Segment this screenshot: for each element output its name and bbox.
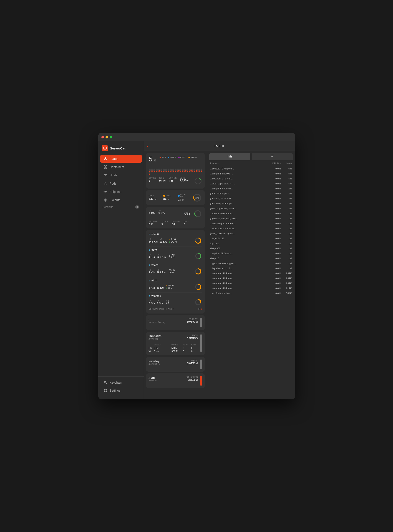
process-name: ...uhttpd -f -c /dev/n... xyxy=(210,187,266,190)
table-row[interactable]: {hostapd} /sbin/ujail... 0.0% 2M xyxy=(209,196,293,201)
disk-type-root: OVERLAY xyxy=(187,318,198,320)
table-row[interactable]: ...askfirst /usr/libex... 0.0% 744K xyxy=(209,291,293,296)
table-row[interactable]: ...nlbwmon -o /mnt/sda... 0.0% 1M xyxy=(209,226,293,231)
svg-point-12 xyxy=(105,200,106,200)
mem-pagecache: PAGE CA... 38 M xyxy=(178,193,190,202)
table-row[interactable]: ...ntpd -n -N -S /usr/... 0.0% 1M xyxy=(209,251,293,256)
cpu-legend-steal: STEAL xyxy=(188,156,197,159)
idle-stat: IDLE 94 % xyxy=(159,177,166,182)
table-row[interactable]: {ntpd} /sbin/ujail -t... 0.0% 2M xyxy=(209,191,293,196)
process-mem: 1M xyxy=(281,267,292,270)
process-cpu: 0.0% xyxy=(266,192,281,195)
process-cpu: 0.0% xyxy=(266,197,281,200)
process-mem: 2M xyxy=(281,192,292,195)
table-row[interactable]: sleep 900 0.0% 1M xyxy=(209,246,293,251)
table-row[interactable]: ...dropbear -F -P /var... 0.0% 932K xyxy=(209,271,293,276)
cpu-steal-label: STEAL xyxy=(190,156,197,159)
mem-used: USED 86 M xyxy=(163,195,176,201)
maximize-button[interactable] xyxy=(110,136,112,138)
table-row[interactable]: sleep 15 0.0% 1M xyxy=(209,256,293,261)
mem-donut: 18% xyxy=(192,193,202,203)
net-interfaces-card: ⌾ wlan0 ↑/S 643 K/s ↓/S 11 K/s xyxy=(146,230,205,314)
process-cpu: 0.0% xyxy=(266,232,281,235)
disk-card-sda1: /mnt/sda1 /dev/sda1 EXT4 13G/13G xyxy=(146,332,205,355)
table-row[interactable]: {sqm_collectd.sh} /bin... 0.0% 1M xyxy=(209,231,293,236)
process-name: ...collectd -C /tmp/co... xyxy=(210,167,266,170)
table-row[interactable]: ...dnsmasq -C /var/etc... 0.0% 1M xyxy=(209,221,293,226)
table-row[interactable]: {dynamic_dns_upd} /bin... 0.0% 1M xyxy=(209,216,293,221)
table-row[interactable]: {dnsmasq} /sbin/ujail... 0.0% 2M xyxy=(209,201,293,206)
process-cpu: 0.0% xyxy=(266,237,281,240)
sidebar-item-hosts[interactable]: Hosts xyxy=(100,171,142,179)
table-row[interactable]: ...irqbalance -f -c 2... 0.0% 1M xyxy=(209,266,293,271)
execute-icon xyxy=(103,198,108,202)
disk-mount-root: / xyxy=(149,318,166,321)
process-name: {wpa_supplicant} /sbin... xyxy=(210,207,266,210)
process-rows: ...collectd -C /tmp/co... 0.0% 6M ...uht… xyxy=(209,166,293,296)
sidebar-item-execute[interactable]: Execute xyxy=(100,196,142,204)
table-row[interactable]: ...dropbear -F -P /var... 0.0% 932K xyxy=(209,281,293,286)
table-row[interactable]: top -bn1 0.0% 1M xyxy=(209,241,293,246)
sidebar-item-settings[interactable]: Settings xyxy=(100,387,142,394)
iface-name-eth0: eth0 xyxy=(152,248,157,251)
process-cpu: 0.0% xyxy=(266,217,281,220)
net-download-stat: ↓/S 5 K/s xyxy=(158,209,165,219)
table-row[interactable]: ...logd -S 192 0.0% 1M xyxy=(209,236,293,241)
process-cpu: 0.0% xyxy=(266,252,281,255)
cpu-iow-label: IOW... xyxy=(180,156,186,159)
sidebar-item-pods[interactable]: Pods xyxy=(100,180,142,188)
sidebar-item-status[interactable]: Status xyxy=(100,155,142,163)
svg-rect-36 xyxy=(231,156,232,158)
process-mem: 932K xyxy=(281,277,292,280)
tcp-fails: 0 xyxy=(184,223,189,226)
net-top-card: ↑/S 2 K/s ↓/S 5 K/s ↑ 349 M ↓ 5.3 G xyxy=(146,207,205,228)
svg-rect-34 xyxy=(229,155,230,158)
process-cpu: 0.0% xyxy=(266,267,281,270)
process-mem: 1M xyxy=(281,237,292,240)
table-row[interactable]: ...uhttpd -f -h /www -... 0.0% 5M xyxy=(209,171,293,176)
cpu-user-label: USER xyxy=(170,156,176,159)
svg-rect-0 xyxy=(103,147,106,149)
col-cpu: CPU% ↓ xyxy=(266,162,281,165)
sidebar-item-snippets[interactable]: </> Snippets xyxy=(100,188,142,196)
process-mem: 2M xyxy=(281,187,292,190)
tab-info[interactable] xyxy=(252,153,293,160)
disk-type-rom: SQUASHFS xyxy=(186,376,198,378)
process-name: {ntpd} /sbin/ujail -t... xyxy=(210,192,266,195)
tab-processes[interactable] xyxy=(209,153,250,160)
table-row[interactable]: ...dropbear -F -P /var... 0.0% 932K xyxy=(209,276,293,281)
table-row[interactable]: ...uhttpd -f -c /dev/n... 0.0% 2M xyxy=(209,186,293,191)
net-iface-wlan1: ⌾ wlan1 ↑/S 2 K/s ↓/S 996 B/s xyxy=(149,264,202,275)
net-iface-eth0: ⌾ eth0 ↑/S 4 K/s ↓/S 621 K/s xyxy=(149,248,202,260)
idle-label: IDLE xyxy=(159,177,166,179)
virtual-count: 13 › xyxy=(198,307,202,310)
cpu-bars xyxy=(149,164,202,167)
disk-size-root: 69M/73M xyxy=(187,320,198,323)
process-mem: 1M xyxy=(281,227,292,230)
virtual-interfaces-row[interactable]: VIRTUAL INTERFACES 13 › xyxy=(149,306,202,311)
cpu-stats-row: CORES 2 IDLE 94 % UPTIME 4 H xyxy=(149,177,202,186)
disk-mount-sda1: /mnt/sda1 xyxy=(149,334,162,338)
sidebar-item-containers[interactable]: Containers xyxy=(100,163,142,171)
close-button[interactable] xyxy=(101,136,104,138)
cpu-legend-sys: SYS xyxy=(160,156,166,159)
table-row[interactable]: {wpa_supplicant} /sbin... 0.0% 2M xyxy=(209,206,293,211)
cpu-legend-user: USER xyxy=(168,156,176,159)
process-cpu: 0.0% xyxy=(266,257,281,260)
load-gauge: ↑ xyxy=(194,177,202,186)
table-row[interactable]: ...collectd -C /tmp/co... 0.0% 6M xyxy=(209,166,293,171)
mem-free-label: FREE xyxy=(149,195,161,197)
table-row[interactable]: ...wpa_supplicant -n -... 0.0% 4M xyxy=(209,181,293,186)
table-row[interactable]: ...dropbear -F -P /var... 0.0% 912K xyxy=(209,286,293,291)
process-cpu: 0.0% xyxy=(266,212,281,215)
wifi-icon-wlan1: ⌾ xyxy=(149,264,150,267)
minimize-button[interactable] xyxy=(106,136,108,138)
process-name: {sqm_collectd.sh} /bin... xyxy=(210,232,266,235)
table-row[interactable]: ...rpcd -s /var/run/ub... 0.0% 1M xyxy=(209,211,293,216)
back-button[interactable]: ‹ xyxy=(147,143,148,148)
table-row[interactable]: ...hostapd -s -g /var/... 0.0% 4M xyxy=(209,176,293,181)
sidebar-item-keychain[interactable]: Keychain xyxy=(100,379,142,387)
svg-rect-4 xyxy=(104,165,105,167)
table-row[interactable]: ...pppd nodetach ippar... 0.0% 1M xyxy=(209,261,293,266)
sidebar-item-containers-label: Containers xyxy=(110,165,124,169)
